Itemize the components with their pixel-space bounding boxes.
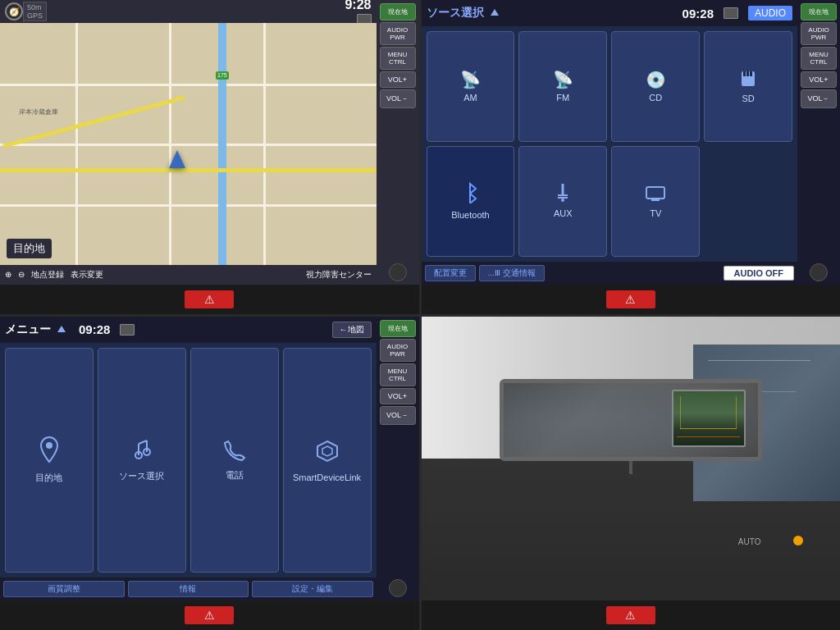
audio-hazard-icon: ⚠: [625, 293, 636, 306]
audio-header: ソース選択 09:28 AUDIO: [422, 0, 798, 26]
audio-time: 09:28: [682, 7, 714, 21]
menu-hazard-icon: ⚠: [204, 609, 215, 622]
map-road: [263, 23, 266, 265]
map-road: [0, 84, 377, 86]
phone-icon: [223, 438, 246, 464]
bluetooth-icon: [461, 182, 479, 207]
auto-label: AUTO: [738, 537, 761, 546]
audio-source-cd[interactable]: 💿 CD: [611, 31, 700, 142]
svg-point-8: [561, 199, 564, 202]
audio-source-bluetooth[interactable]: Bluetooth: [427, 146, 515, 257]
mirror-screen: AUTO: [422, 317, 841, 601]
map-road: [0, 204, 377, 207]
nav-time: 9:28: [345, 0, 371, 12]
svg-rect-2: [746, 71, 749, 76]
menu-item-grid: 目的地 ソース選択: [0, 343, 377, 578]
map-road: [169, 23, 171, 265]
nav-add-point-btn[interactable]: ⊕: [5, 270, 11, 279]
nav-knob[interactable]: [389, 263, 407, 281]
nav-register-point-btn[interactable]: 地点登録: [31, 269, 64, 281]
menu-map-btn[interactable]: ←地図: [332, 322, 372, 338]
menu-smartdevice-btn[interactable]: SmartDeviceLink: [283, 348, 372, 573]
menu-bottom-strip: ⚠: [0, 600, 419, 630]
audio-screen-title: ソース選択: [427, 6, 484, 21]
mirror-hazard-icon: ⚠: [625, 609, 636, 622]
audio-source-fm[interactable]: 📡 FM: [518, 31, 607, 142]
menu-settings-btn[interactable]: 設定・編集: [252, 581, 373, 597]
hazard-button[interactable]: ⚠: [185, 290, 234, 308]
nav-bottom-strip: ⚠: [0, 285, 419, 314]
camera-guideline-2: [677, 436, 740, 437]
map-yellow-road: [2, 95, 185, 148]
bottom-left-quadrant: メニュー 09:28 ←地図 目的地: [0, 317, 419, 631]
tv-icon: [645, 184, 666, 205]
nav-menu-ctrl-btn[interactable]: MENU CTRL: [380, 47, 416, 70]
audio-source-am[interactable]: 📡 AM: [427, 31, 515, 142]
audio-battery-icon: [724, 7, 738, 19]
aux-icon: [554, 184, 572, 205]
svg-rect-1: [743, 71, 746, 76]
audio-menu-ctrl-btn[interactable]: MENU CTRL: [801, 47, 837, 70]
audio-up-icon: [491, 9, 499, 16]
menu-source-btn[interactable]: ソース選択: [98, 348, 186, 573]
menu-destination-btn[interactable]: 目的地: [5, 348, 94, 573]
am-tower-icon: 📡: [460, 70, 481, 89]
audio-screen: ソース選択 09:28 AUDIO 📡 AM 📡 FM: [422, 0, 841, 285]
menu-menu-ctrl-btn[interactable]: MENU CTRL: [380, 363, 416, 386]
audio-audio-pwr-btn[interactable]: AUDIO PWR: [801, 22, 837, 45]
music-icon: [130, 437, 153, 465]
nav-display-change-btn[interactable]: 表示変更: [71, 269, 103, 281]
nav-compass-icon: 🧭: [5, 2, 23, 21]
audio-empty-slot: [704, 146, 792, 257]
nav-center-name: 視力障害センター: [306, 269, 372, 281]
menu-audio-pwr-btn[interactable]: AUDIO PWR: [380, 339, 416, 362]
svg-rect-10: [651, 199, 660, 201]
menu-info-btn[interactable]: 情報: [128, 581, 249, 597]
nav-header: 🧭 50m GPS 9:28: [0, 0, 377, 23]
menu-quality-btn[interactable]: 画質調整: [3, 581, 125, 597]
top-left-quadrant: 🧭 50m GPS 9:28: [0, 0, 419, 314]
audio-bottom-bar: 配置変更 ...Ⅲ 交通情報 AUDIO OFF: [422, 262, 798, 285]
audio-bottom-strip: ⚠: [422, 285, 841, 314]
menu-knob[interactable]: [389, 579, 407, 597]
menu-up-icon: [57, 326, 66, 332]
menu-battery-icon: [120, 324, 135, 336]
audio-source-tv[interactable]: TV: [611, 146, 700, 257]
audio-knob[interactable]: [810, 263, 828, 281]
audio-current-location-btn[interactable]: 現在地: [801, 3, 837, 21]
menu-phone-btn[interactable]: 電話: [190, 348, 279, 573]
mirror-hazard-button[interactable]: ⚠: [606, 606, 655, 624]
audio-hazard-button[interactable]: ⚠: [606, 290, 655, 308]
map-highway: 175: [218, 23, 226, 265]
camera-display: [672, 390, 746, 447]
nav-vol-minus-btn[interactable]: VOL－: [380, 89, 416, 108]
map-road: [0, 144, 377, 146]
audio-sidebar: 現在地 AUDIO PWR MENU CTRL VOL+ VOL－: [797, 0, 840, 285]
menu-sidebar: 現在地 AUDIO PWR MENU CTRL VOL+ VOL－: [377, 317, 419, 601]
map-road: [75, 23, 78, 265]
audio-source-sd[interactable]: SD: [704, 31, 792, 142]
audio-traffic-btn[interactable]: ...Ⅲ 交通情報: [479, 265, 545, 281]
audio-source-aux[interactable]: AUX: [518, 146, 607, 257]
audio-vol-minus-btn[interactable]: VOL－: [801, 89, 837, 108]
audio-vol-plus-btn[interactable]: VOL+: [801, 71, 837, 88]
nav-sidebar: 現在地 AUDIO PWR MENU CTRL VOL+ VOL－: [377, 0, 419, 285]
audio-badge: AUDIO: [748, 6, 792, 21]
destination-icon: [38, 436, 61, 467]
bluetooth-label: Bluetooth: [451, 210, 489, 220]
smartdevice-icon: [314, 438, 340, 468]
menu-screen: メニュー 09:28 ←地図 目的地: [0, 317, 419, 601]
audio-off-btn[interactable]: AUDIO OFF: [724, 266, 795, 281]
svg-rect-3: [750, 71, 752, 76]
nav-remove-point-btn[interactable]: ⊖: [18, 270, 25, 279]
menu-hazard-button[interactable]: ⚠: [185, 606, 234, 624]
camera-view: [673, 391, 744, 445]
menu-vol-plus-btn[interactable]: VOL+: [380, 388, 416, 404]
menu-current-location-btn[interactable]: 現在地: [380, 320, 416, 337]
nav-vol-plus-btn[interactable]: VOL+: [380, 71, 416, 88]
menu-bottom-bar: 画質調整 情報 設定・編集: [0, 578, 377, 600]
nav-audio-pwr-btn[interactable]: AUDIO PWR: [380, 22, 416, 45]
audio-arrangement-btn[interactable]: 配置変更: [425, 265, 476, 281]
menu-vol-minus-btn[interactable]: VOL－: [380, 406, 416, 425]
nav-current-location-btn[interactable]: 現在地: [380, 3, 416, 21]
